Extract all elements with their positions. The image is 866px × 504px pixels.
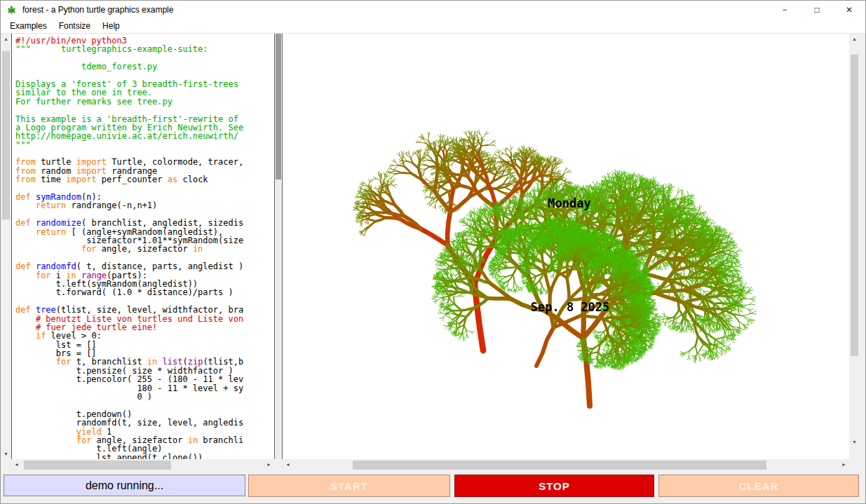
scroll-right-icon[interactable]: ► (839, 459, 849, 470)
canvas-vscrollbar[interactable]: ▲ ▼ (849, 34, 860, 447)
menu-item-examples[interactable]: Examples (6, 20, 51, 32)
minimize-button[interactable]: − (769, 1, 801, 19)
scroll-left-icon[interactable]: ◄ (283, 459, 293, 470)
code-vscrollbar[interactable]: ▲ ▼ (1, 34, 11, 459)
code-hscrollbar[interactable]: ◄ ► (11, 459, 274, 471)
app-window: forest - a Python turtle graphics exampl… (0, 0, 866, 504)
status-message: demo running... (4, 475, 245, 496)
scroll-left-icon[interactable]: ◄ (11, 459, 22, 470)
scroll-up-icon[interactable]: ▲ (1, 34, 11, 44)
canvas-hscrollbar[interactable]: ◄ ► (283, 459, 849, 471)
code-line: tdemo_forest.py (15, 62, 274, 71)
menu-item-fontsize[interactable]: Fontsize (55, 20, 95, 32)
canvas-vscrollbar-track[interactable] (849, 44, 860, 437)
code-hscrollbar-track[interactable] (22, 459, 264, 471)
code-line: For further remarks see tree.py (15, 97, 274, 106)
start-button[interactable]: START (248, 475, 450, 497)
code-line: """ (15, 141, 274, 149)
maximize-button[interactable]: □ (801, 1, 833, 19)
canvas-hscrollbar-thumb[interactable] (353, 461, 766, 470)
canvas-hscrollbar-track[interactable] (293, 459, 839, 471)
scroll-up-icon[interactable]: ▲ (849, 34, 860, 44)
pane-sash[interactable] (274, 34, 283, 459)
turtle-canvas[interactable] (283, 34, 849, 459)
canvas-vscrollbar-thumb[interactable] (851, 55, 858, 356)
scroll-down-icon[interactable]: ▼ (849, 437, 860, 447)
code-line: http://homepage.univie.ac.at/erich.neuwi… (15, 132, 274, 140)
scroll-right-icon[interactable]: ► (264, 459, 274, 470)
menubar: Examples Fontsize Help (1, 19, 865, 34)
scroll-down-icon[interactable]: ▼ (1, 449, 11, 459)
code-line: """ turtlegraphics-example-suite: (15, 45, 274, 53)
code-vscrollbar-track[interactable] (1, 44, 11, 449)
scrollbar-corner (1, 459, 11, 471)
window-title: forest - a Python turtle graphics exampl… (22, 5, 173, 15)
code-line: 0 ) (15, 393, 274, 401)
code-vscrollbar-thumb[interactable] (2, 51, 10, 219)
stop-button[interactable]: STOP (454, 475, 654, 497)
code-hscrollbar-thumb[interactable] (24, 461, 171, 470)
titlebar: forest - a Python turtle graphics exampl… (1, 1, 865, 19)
code-line: for angle, sizefactor in (15, 245, 274, 253)
code-line: return randrange(-n,n+1) (15, 201, 274, 210)
code-line: from time import perf_counter as clock (15, 175, 274, 184)
scrollbar-corner (849, 447, 860, 471)
canvas-frame (283, 34, 849, 459)
window-controls: − □ ✕ (769, 1, 865, 19)
clear-button[interactable]: CLEAR (658, 475, 859, 497)
turtle-icon (6, 5, 17, 15)
menu-item-help[interactable]: Help (98, 20, 124, 32)
code-text[interactable]: #!/usr/bin/env python3""" turtlegraphics… (11, 34, 274, 459)
close-button[interactable]: ✕ (833, 1, 865, 19)
sash-scroll-thumb[interactable] (276, 34, 281, 179)
code-line: t.forward( (1.0 * distance)/parts ) (15, 288, 274, 297)
code-line: lst.append(t.clone()) (15, 454, 274, 459)
